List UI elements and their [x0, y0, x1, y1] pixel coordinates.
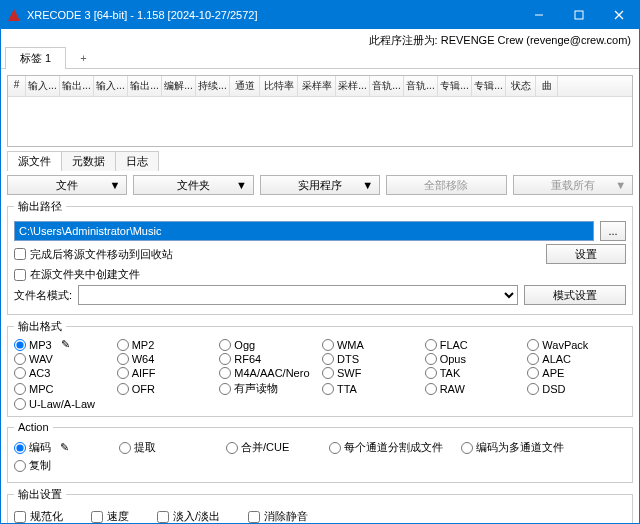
action-extract[interactable]: 提取: [119, 440, 156, 455]
format-flac[interactable]: FLAC: [425, 338, 524, 351]
svg-marker-0: [8, 9, 20, 21]
action-multichan[interactable]: 编码为多通道文件: [461, 440, 564, 455]
format-ogg[interactable]: Ogg: [219, 338, 318, 351]
file-grid[interactable]: #输入...输出...输入...输出...编解...持续...通道比特率采样率采…: [7, 75, 633, 147]
format-dts[interactable]: DTS: [322, 353, 421, 365]
format-tak[interactable]: TAK: [425, 367, 524, 379]
format-ape[interactable]: APE: [527, 367, 626, 379]
gear-icon[interactable]: ✎: [60, 441, 69, 454]
maximize-button[interactable]: [559, 1, 599, 29]
column-header[interactable]: 专辑...: [472, 76, 506, 96]
remove-all-button[interactable]: 全部移除: [386, 175, 506, 195]
output-settings-group: 输出设置 规范化 速度 淡入/淡出 消除静音: [7, 487, 633, 524]
format-m4a[interactable]: M4A/AAC/Nero: [219, 367, 318, 379]
column-header[interactable]: 采样...: [336, 76, 370, 96]
format-ofr[interactable]: OFR: [117, 381, 216, 396]
format-aiff[interactable]: AIFF: [117, 367, 216, 379]
format-wma[interactable]: WMA: [322, 338, 421, 351]
minimize-button[interactable]: [519, 1, 559, 29]
column-header[interactable]: 持续...: [196, 76, 230, 96]
output-path-legend: 输出路径: [14, 199, 66, 214]
column-header[interactable]: 编解...: [162, 76, 196, 96]
format-mp2[interactable]: MP2: [117, 338, 216, 351]
output-settings-legend: 输出设置: [14, 487, 66, 502]
format-wav[interactable]: WAV: [14, 353, 113, 365]
column-header[interactable]: 输出...: [128, 76, 162, 96]
output-format-group: 输出格式 MP3✎MP2OggWMAFLACWavPackWAVW64RF64D…: [7, 319, 633, 417]
tab-log[interactable]: 日志: [115, 151, 159, 171]
column-header[interactable]: 输入...: [26, 76, 60, 96]
format-w64[interactable]: W64: [117, 353, 216, 365]
gear-icon[interactable]: ✎: [61, 338, 70, 351]
column-header[interactable]: 音轨...: [370, 76, 404, 96]
format-raw[interactable]: RAW: [425, 381, 524, 396]
column-header[interactable]: 通道: [230, 76, 260, 96]
silence-checkbox[interactable]: 消除静音: [248, 509, 308, 524]
format-ulaw[interactable]: U-Law/A-Law: [14, 398, 113, 410]
output-path-input[interactable]: [14, 221, 594, 241]
folder-dropdown[interactable]: 文件夹▼: [133, 175, 253, 195]
column-header[interactable]: 曲: [536, 76, 558, 96]
chevron-down-icon: ▼: [110, 179, 121, 191]
file-dropdown[interactable]: 文件▼: [7, 175, 127, 195]
createdir-checkbox[interactable]: 在源文件夹中创建文件: [14, 267, 140, 282]
column-header[interactable]: 输出...: [60, 76, 94, 96]
chevron-down-icon: ▼: [362, 179, 373, 191]
format-wavpack[interactable]: WavPack: [527, 338, 626, 351]
fade-checkbox[interactable]: 淡入/淡出: [157, 509, 220, 524]
format-tta[interactable]: TTA: [322, 381, 421, 396]
close-button[interactable]: [599, 1, 639, 29]
action-encode[interactable]: 编码✎: [14, 440, 69, 455]
pattern-label: 文件名模式:: [14, 288, 72, 303]
tab-label-1[interactable]: 标签 1: [5, 47, 66, 69]
reset-all-dropdown[interactable]: 重载所有▼: [513, 175, 633, 195]
format-rf64[interactable]: RF64: [219, 353, 318, 365]
utility-dropdown[interactable]: 实用程序▼: [260, 175, 380, 195]
column-header[interactable]: 比特率: [260, 76, 298, 96]
action-legend: Action: [14, 421, 53, 433]
action-copy[interactable]: 复制: [14, 458, 51, 473]
speed-checkbox[interactable]: 速度: [91, 509, 129, 524]
format-mp3[interactable]: MP3✎: [14, 338, 113, 351]
format-audiobook[interactable]: 有声读物: [219, 381, 318, 396]
tab-metadata[interactable]: 元数据: [61, 151, 116, 171]
chevron-down-icon: ▼: [615, 179, 626, 191]
format-ac3[interactable]: AC3: [14, 367, 113, 379]
svg-rect-2: [575, 11, 583, 19]
add-tab-button[interactable]: +: [70, 49, 96, 67]
column-header[interactable]: 状态: [506, 76, 536, 96]
column-header[interactable]: 专辑...: [438, 76, 472, 96]
column-header[interactable]: 采样率: [298, 76, 336, 96]
output-format-legend: 输出格式: [14, 319, 66, 334]
settings-button[interactable]: 设置: [546, 244, 626, 264]
action-split[interactable]: 每个通道分割成文件: [329, 440, 443, 455]
recycle-checkbox[interactable]: 完成后将源文件移动到回收站: [14, 247, 173, 262]
pattern-settings-button[interactable]: 模式设置: [524, 285, 626, 305]
output-path-group: 输出路径 ... 完成后将源文件移动到回收站 设置 在源文件夹中创建文件 文件名…: [7, 199, 633, 315]
action-group: Action 编码✎ 提取 合并/CUE 每个通道分割成文件 编码为多通道文件 …: [7, 421, 633, 483]
normalize-checkbox[interactable]: 规范化: [14, 509, 63, 524]
browse-button[interactable]: ...: [600, 221, 626, 241]
format-swf[interactable]: SWF: [322, 367, 421, 379]
format-opus[interactable]: Opus: [425, 353, 524, 365]
window-title: XRECODE 3 [64-bit] - 1.158 [2024-10-27/2…: [27, 9, 519, 21]
action-merge[interactable]: 合并/CUE: [226, 440, 289, 455]
format-alac[interactable]: ALAC: [527, 353, 626, 365]
column-header[interactable]: 音轨...: [404, 76, 438, 96]
tab-source[interactable]: 源文件: [7, 151, 62, 171]
format-dsd[interactable]: DSD: [527, 381, 626, 396]
format-mpc[interactable]: MPC: [14, 381, 113, 396]
chevron-down-icon: ▼: [236, 179, 247, 191]
app-logo-icon: [7, 8, 21, 22]
column-header[interactable]: #: [8, 76, 26, 96]
pattern-combo[interactable]: [78, 285, 518, 305]
column-header[interactable]: 输入...: [94, 76, 128, 96]
